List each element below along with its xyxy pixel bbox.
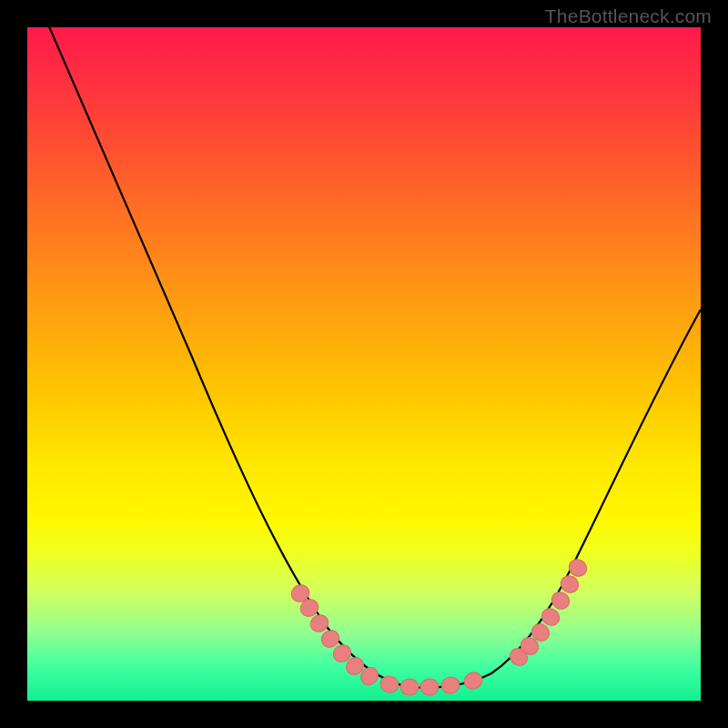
marker-dot [400,679,420,696]
marker-dot [420,678,439,695]
plot-area [27,27,701,701]
marker-group [288,556,590,695]
chart-svg [27,27,701,701]
chart-frame: TheBottleneck.com [0,0,728,728]
marker-dot [462,670,485,691]
bottleneck-curve [46,18,701,688]
watermark-text: TheBottleneck.com [545,5,712,27]
marker-dot [440,675,461,694]
